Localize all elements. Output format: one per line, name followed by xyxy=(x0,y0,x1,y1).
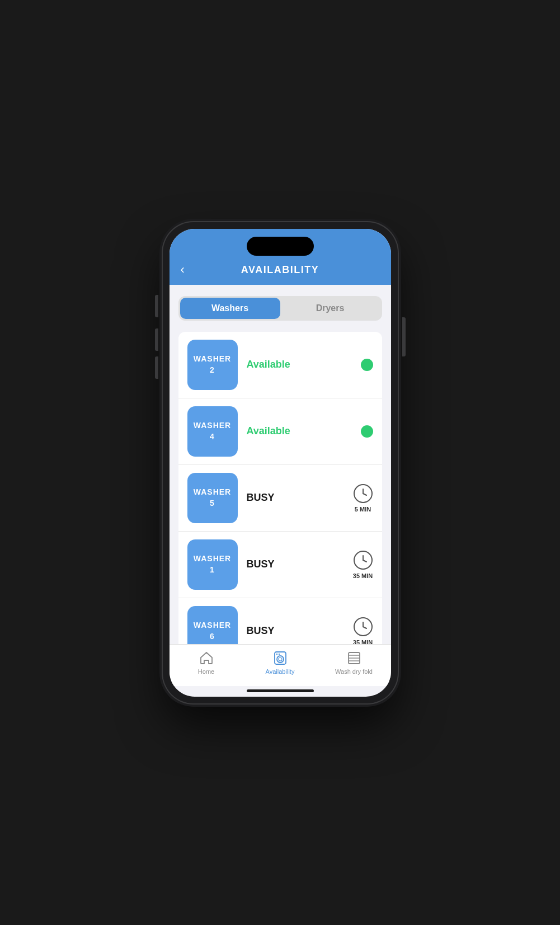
svg-point-13 xyxy=(278,653,279,654)
machine-status-washer-2: Available xyxy=(247,359,352,370)
machine-item-washer-5[interactable]: WASHER 5 BUSY 5 MIN xyxy=(178,465,382,532)
svg-line-8 xyxy=(363,627,366,628)
nav-availability-label: Availability xyxy=(266,668,295,675)
machine-status-washer-4: Available xyxy=(247,425,352,437)
nav-wash-dry-fold[interactable]: Wash dry fold xyxy=(317,650,391,675)
machine-item-washer-6[interactable]: WASHER 6 BUSY 35 MIN xyxy=(178,598,382,644)
nav-availability[interactable]: Availability xyxy=(243,650,317,675)
phone-frame: ‹ AVAILABILITY Washers Dryers WASHER 2 xyxy=(163,222,398,703)
machine-status-washer-1: BUSY xyxy=(247,558,344,570)
clock-icon xyxy=(353,617,373,637)
time-label-washer-1: 35 MIN xyxy=(353,572,373,579)
wash-dry-fold-icon xyxy=(346,650,362,666)
machine-item-washer-4[interactable]: WASHER 4 Available xyxy=(178,398,382,465)
phone-screen: ‹ AVAILABILITY Washers Dryers WASHER 2 xyxy=(170,229,391,697)
svg-point-12 xyxy=(276,653,277,654)
main-content: Washers Dryers WASHER 2 Available xyxy=(170,285,391,644)
machine-list: WASHER 2 Available WASHER 4 xyxy=(178,332,382,644)
clock-icon xyxy=(353,550,373,570)
clock-icon xyxy=(353,483,373,504)
status-indicator-washer-1: 35 MIN xyxy=(353,550,373,579)
page-title: AVAILABILITY xyxy=(241,264,319,276)
tab-washers[interactable]: Washers xyxy=(180,298,280,319)
dynamic-island xyxy=(247,237,314,256)
machine-badge-washer-5: WASHER 5 xyxy=(187,473,238,523)
nav-home[interactable]: Home xyxy=(170,650,243,675)
time-label-washer-5: 5 MIN xyxy=(355,506,371,513)
bottom-nav: Home Availability W xyxy=(170,644,391,686)
machine-badge-washer-4: WASHER 4 xyxy=(187,406,238,457)
home-icon xyxy=(199,650,214,666)
machine-badge-washer-1: WASHER 1 xyxy=(187,539,238,590)
status-indicator-washer-5: 5 MIN xyxy=(353,483,373,513)
status-indicator-washer-4 xyxy=(361,425,373,438)
nav-home-label: Home xyxy=(198,668,214,675)
washer-icon xyxy=(272,650,288,666)
machine-status-washer-5: BUSY xyxy=(247,492,344,504)
tab-switcher: Washers Dryers xyxy=(178,296,382,321)
machine-item-washer-1[interactable]: WASHER 1 BUSY 35 MIN xyxy=(178,532,382,598)
machine-badge-washer-6: WASHER 6 xyxy=(187,606,238,644)
machine-item-washer-2[interactable]: WASHER 2 Available xyxy=(178,332,382,398)
available-dot xyxy=(361,425,373,438)
available-dot xyxy=(361,359,373,371)
machine-status-washer-6: BUSY xyxy=(247,625,344,637)
status-indicator-washer-2 xyxy=(361,359,373,371)
time-label-washer-6: 35 MIN xyxy=(353,639,373,644)
status-indicator-washer-6: 35 MIN xyxy=(353,617,373,644)
machine-badge-washer-2: WASHER 2 xyxy=(187,340,238,390)
svg-point-10 xyxy=(277,656,284,663)
svg-line-5 xyxy=(363,560,366,562)
nav-wash-dry-fold-label: Wash dry fold xyxy=(335,668,373,675)
app-header: ‹ AVAILABILITY xyxy=(170,260,391,285)
home-indicator xyxy=(247,689,314,692)
tab-dryers[interactable]: Dryers xyxy=(280,298,380,319)
svg-point-11 xyxy=(279,658,282,661)
back-button[interactable]: ‹ xyxy=(181,264,185,276)
svg-line-2 xyxy=(363,494,366,495)
